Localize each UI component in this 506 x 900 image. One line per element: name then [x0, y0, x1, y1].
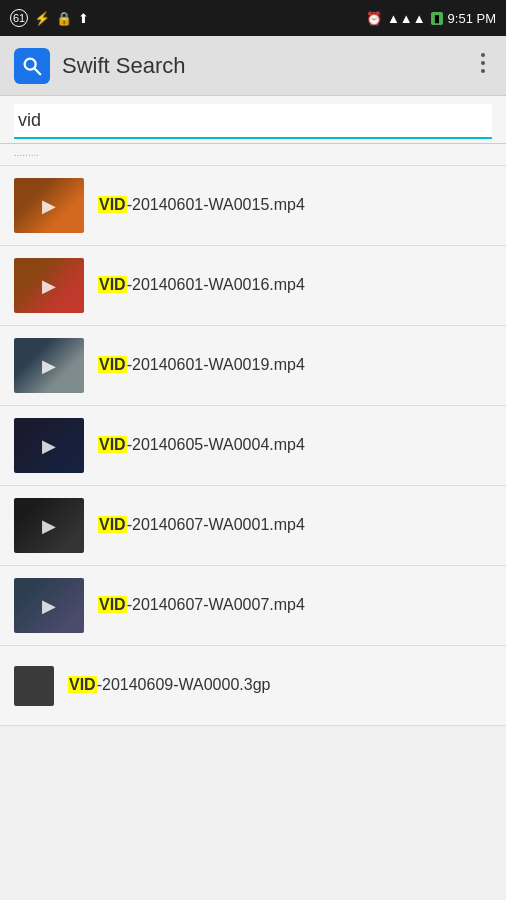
file-name: VID-20140601-WA0015.mp4: [98, 194, 305, 216]
svg-point-2: [481, 53, 485, 57]
thumbnail: ▶: [14, 498, 84, 553]
subheader-hint: .........: [0, 144, 506, 166]
notification-count: 61: [13, 12, 25, 24]
thumbnail: [14, 666, 54, 706]
thumbnail: ▶: [14, 178, 84, 233]
file-name: VID-20140601-WA0016.mp4: [98, 274, 305, 296]
list-item[interactable]: ▶VID-20140607-WA0007.mp4: [0, 566, 506, 646]
play-icon: ▶: [42, 595, 56, 617]
search-container: [0, 96, 506, 144]
highlight-text: VID: [98, 276, 127, 293]
file-name: VID-20140609-WA0000.3gp: [68, 674, 270, 696]
status-bar: 61 ⚡ 🔒 ⬆ ⏰ ▲▲▲ ▮ 9:51 PM: [0, 0, 506, 36]
thumbnail: ▶: [14, 258, 84, 313]
thumbnail: ▶: [14, 418, 84, 473]
search-icon: [21, 55, 43, 77]
list-item[interactable]: VID-20140609-WA0000.3gp: [0, 646, 506, 726]
thumbnail: ▶: [14, 338, 84, 393]
results-list: ▶VID-20140601-WA0015.mp4▶VID-20140601-WA…: [0, 166, 506, 900]
lock-icon: 🔒: [56, 11, 72, 26]
status-right-icons: ⏰ ▲▲▲ ▮ 9:51 PM: [366, 11, 496, 26]
app-bar: Swift Search: [0, 36, 506, 96]
search-input-wrapper[interactable]: [14, 104, 492, 139]
file-name: VID-20140607-WA0007.mp4: [98, 594, 305, 616]
notification-badge: 61: [10, 9, 28, 27]
highlight-text: VID: [98, 356, 127, 373]
app-title: Swift Search: [62, 53, 474, 79]
svg-point-3: [481, 61, 485, 65]
highlight-text: VID: [98, 516, 127, 533]
list-item[interactable]: ▶VID-20140601-WA0019.mp4: [0, 326, 506, 406]
svg-line-1: [35, 68, 41, 74]
highlight-text: VID: [98, 436, 127, 453]
list-item[interactable]: ▶VID-20140601-WA0016.mp4: [0, 246, 506, 326]
highlight-text: VID: [98, 196, 127, 213]
status-left-icons: 61 ⚡ 🔒 ⬆: [10, 9, 89, 27]
list-item[interactable]: ▶VID-20140607-WA0001.mp4: [0, 486, 506, 566]
hint-text: .........: [14, 147, 39, 158]
svg-point-4: [481, 69, 485, 73]
search-input[interactable]: [18, 110, 488, 131]
time-display: 9:51 PM: [448, 11, 496, 26]
highlight-text: VID: [68, 676, 97, 693]
battery-icon: ▮: [431, 12, 443, 25]
play-icon: ▶: [42, 195, 56, 217]
usb-icon: ⚡: [34, 11, 50, 26]
file-name: VID-20140601-WA0019.mp4: [98, 354, 305, 376]
signal-icon: ▲▲▲: [387, 11, 426, 26]
overflow-menu-button[interactable]: [474, 45, 492, 87]
file-name: VID-20140605-WA0004.mp4: [98, 434, 305, 456]
play-icon: ▶: [42, 515, 56, 537]
app-logo: [14, 48, 50, 84]
highlight-text: VID: [98, 596, 127, 613]
list-item[interactable]: ▶VID-20140605-WA0004.mp4: [0, 406, 506, 486]
thumbnail: ▶: [14, 578, 84, 633]
file-name: VID-20140607-WA0001.mp4: [98, 514, 305, 536]
android-icon: ⬆: [78, 11, 89, 26]
alarm-icon: ⏰: [366, 11, 382, 26]
play-icon: ▶: [42, 355, 56, 377]
list-item[interactable]: ▶VID-20140601-WA0015.mp4: [0, 166, 506, 246]
play-icon: ▶: [42, 435, 56, 457]
play-icon: ▶: [42, 275, 56, 297]
